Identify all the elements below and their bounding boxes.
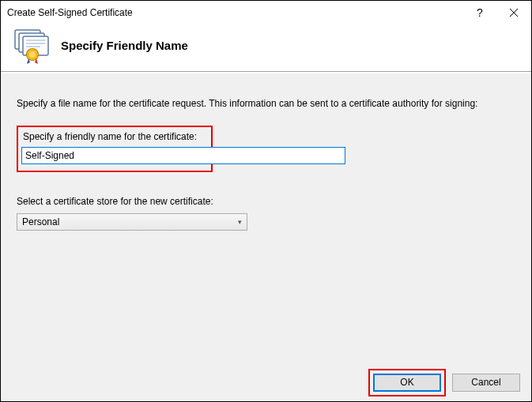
dialog-heading: Specify Friendly Name bbox=[61, 39, 188, 52]
help-button[interactable]: ? bbox=[464, 1, 496, 24]
close-icon bbox=[510, 9, 518, 17]
friendly-name-label: Specify a friendly name for the certific… bbox=[23, 131, 206, 142]
ok-button[interactable]: OK bbox=[373, 374, 441, 392]
window-title: Create Self-Signed Certificate bbox=[7, 7, 464, 18]
close-button[interactable] bbox=[496, 1, 531, 24]
friendly-name-input[interactable] bbox=[21, 147, 345, 164]
cancel-button[interactable]: Cancel bbox=[452, 374, 520, 392]
titlebar: Create Self-Signed Certificate ? bbox=[1, 1, 531, 24]
certificate-store-value: Personal bbox=[22, 216, 59, 227]
certificate-store-label: Select a certificate store for the new c… bbox=[17, 196, 515, 207]
friendly-name-section: Specify a friendly name for the certific… bbox=[17, 126, 213, 172]
intro-text: Specify a file name for the certificate … bbox=[17, 97, 515, 110]
chevron-down-icon: ▾ bbox=[238, 218, 242, 226]
dialog-header: Specify Friendly Name bbox=[1, 24, 531, 72]
ok-highlight: OK bbox=[368, 369, 446, 396]
dialog-footer: OK Cancel bbox=[1, 363, 531, 401]
certificate-store-dropdown[interactable]: Personal ▾ bbox=[17, 213, 247, 231]
svg-point-9 bbox=[29, 51, 36, 58]
certificate-icon bbox=[12, 27, 50, 65]
dialog-body: Specify a file name for the certificate … bbox=[1, 73, 531, 363]
